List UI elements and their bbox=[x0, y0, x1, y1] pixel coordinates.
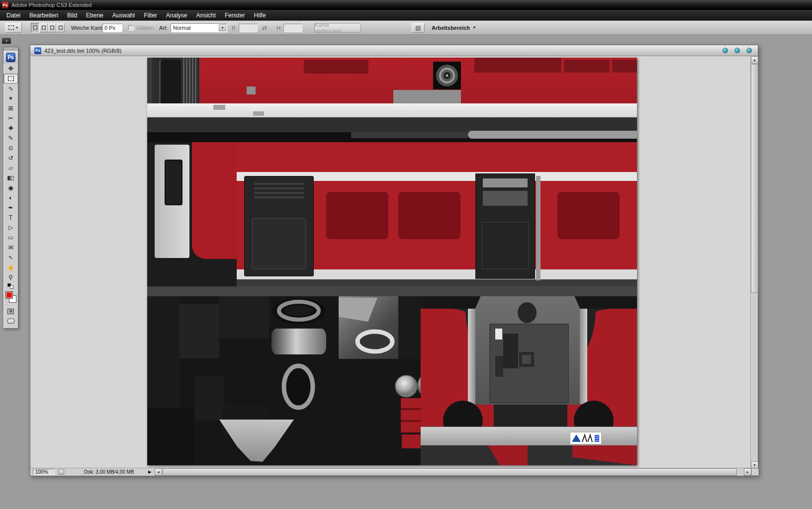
height-input[interactable] bbox=[283, 23, 302, 32]
vertical-scrollbar[interactable]: ▲ ▼ bbox=[750, 56, 758, 469]
clone-stamp-tool[interactable]: ⊙ bbox=[3, 143, 18, 153]
shape-tool[interactable]: ▭ bbox=[3, 233, 18, 243]
subtract-selection-button[interactable] bbox=[48, 23, 56, 32]
palette-grip[interactable] bbox=[3, 47, 18, 51]
intersect-selection-button[interactable] bbox=[56, 23, 65, 32]
menu-analyse[interactable]: Analyse bbox=[162, 11, 192, 20]
ring-graphic bbox=[280, 363, 316, 411]
chevron-down-icon: ▼ bbox=[472, 25, 476, 30]
menu-bild[interactable]: Bild bbox=[63, 11, 82, 20]
hand-tool[interactable]: ☝ bbox=[3, 262, 18, 272]
screen-mode-button[interactable] bbox=[3, 316, 18, 326]
vertical-scroll-thumb[interactable] bbox=[751, 64, 758, 293]
menu-auswahl[interactable]: Auswahl bbox=[108, 11, 139, 20]
marquee-preset-icon bbox=[8, 25, 14, 30]
menu-bearbeiten[interactable]: Bearbeiten bbox=[25, 11, 63, 20]
width-input[interactable] bbox=[239, 23, 258, 32]
bridge-icon-button[interactable]: ▤ bbox=[412, 23, 425, 33]
document-window: Ps 423_test.dds bei 100% (RGB/8) bbox=[30, 45, 758, 476]
texture-side-window bbox=[557, 192, 620, 239]
tool-preset-picker[interactable]: ▼ bbox=[5, 23, 22, 33]
eyedropper-tool[interactable]: ➴ bbox=[3, 253, 18, 262]
magic-wand-tool[interactable]: ✶ bbox=[3, 93, 18, 103]
quick-mask-button[interactable] bbox=[3, 306, 18, 316]
style-dropdown[interactable]: Normal ▼ bbox=[171, 23, 227, 32]
document-title: 423_test.dds bei 100% (RGB/8) bbox=[44, 48, 121, 54]
texture-gray-patch bbox=[247, 86, 256, 94]
palette-collapse-button[interactable]: » bbox=[2, 38, 11, 44]
window-resize-grip[interactable] bbox=[751, 468, 759, 476]
maximize-button[interactable] bbox=[734, 48, 740, 53]
antialias-checkbox[interactable] bbox=[128, 25, 134, 30]
menu-ansicht[interactable]: Ansicht bbox=[192, 11, 220, 20]
menu-ebene[interactable]: Ebene bbox=[82, 11, 108, 20]
scroll-left-arrow[interactable]: ◄ bbox=[155, 468, 162, 476]
default-colors-button[interactable] bbox=[3, 282, 18, 289]
rectangular-marquee-tool[interactable] bbox=[3, 74, 18, 84]
tool-options-bar: ▼ Weiche Kante: 0 Px Glätten Art: Normal… bbox=[0, 20, 812, 35]
slice-tool[interactable]: ✂ bbox=[3, 113, 18, 123]
menu-fenster[interactable]: Fenster bbox=[220, 11, 250, 20]
pen-tool[interactable]: ✒ bbox=[3, 203, 18, 213]
document-titlebar[interactable]: Ps 423_test.dds bei 100% (RGB/8) bbox=[30, 45, 758, 56]
texture-cylinder bbox=[271, 329, 326, 354]
scroll-right-arrow[interactable]: ► bbox=[744, 468, 751, 476]
zoom-level-field[interactable]: 100% bbox=[33, 469, 55, 475]
new-selection-button[interactable] bbox=[31, 23, 39, 32]
healing-brush-tool[interactable]: ✚ bbox=[3, 123, 18, 133]
texture-skirt-gray bbox=[147, 117, 637, 132]
path-selection-tool[interactable]: ▷ bbox=[3, 223, 18, 233]
move-tool-icon: ✥ bbox=[8, 66, 13, 72]
foreground-color-swatch[interactable] bbox=[5, 291, 13, 299]
type-tool[interactable]: T bbox=[3, 213, 18, 223]
lasso-tool[interactable]: ∿ bbox=[3, 84, 18, 93]
history-brush-tool[interactable]: ↺ bbox=[3, 153, 18, 163]
color-swatches bbox=[3, 289, 18, 306]
texture-window-band bbox=[304, 60, 368, 74]
gradient-tool[interactable] bbox=[3, 173, 18, 183]
swap-dimensions-icon[interactable]: ⇄ bbox=[262, 24, 267, 31]
horizontal-scrollbar[interactable]: ◄ ► bbox=[155, 468, 751, 476]
pen-tool-icon: ✒ bbox=[8, 205, 13, 211]
status-flyout-arrow[interactable]: ▶ bbox=[148, 470, 151, 474]
brush-tool[interactable]: ✎ bbox=[3, 133, 18, 143]
refine-edge-button[interactable]: Kante verbessern... bbox=[314, 23, 361, 32]
notes-tool[interactable]: ✉ bbox=[3, 243, 18, 253]
zoom-tool[interactable]: ⚲ bbox=[3, 272, 18, 282]
eraser-tool[interactable]: ▱ bbox=[3, 163, 18, 173]
texture-stripe-patch bbox=[253, 111, 264, 116]
horizontal-scroll-thumb[interactable] bbox=[163, 468, 737, 476]
dodge-tool[interactable]: ◐ bbox=[3, 193, 18, 203]
fan-disc bbox=[433, 62, 461, 89]
status-info-icon[interactable] bbox=[58, 469, 64, 475]
height-label: H: bbox=[276, 25, 282, 31]
workspace-dropdown[interactable]: Arbeitsbereich ▼ bbox=[432, 25, 476, 31]
crop-tool[interactable]: ⊞ bbox=[3, 103, 18, 113]
add-selection-button[interactable] bbox=[39, 23, 48, 32]
texture-panel-square-ring bbox=[519, 352, 534, 367]
app-titlebar[interactable]: Ps Adobe Photoshop CS3 Extended bbox=[0, 0, 812, 10]
minimize-button[interactable] bbox=[722, 48, 728, 53]
menu-datei[interactable]: Datei bbox=[2, 11, 25, 20]
texture-white-ring bbox=[354, 329, 396, 354]
menu-filter[interactable]: Filter bbox=[139, 11, 162, 20]
hand-tool-icon: ☝ bbox=[7, 264, 14, 270]
feather-input[interactable]: 0 Px bbox=[102, 23, 122, 32]
texture-dark-patch bbox=[147, 296, 180, 408]
crop-tool-icon: ⊞ bbox=[8, 105, 13, 111]
scroll-up-arrow[interactable]: ▲ bbox=[751, 56, 758, 64]
blur-tool[interactable]: ◉ bbox=[3, 183, 18, 193]
watermark-logo bbox=[570, 432, 602, 444]
menu-hilfe[interactable]: Hilfe bbox=[250, 11, 271, 20]
healing-brush-icon: ✚ bbox=[8, 125, 13, 131]
width-label: B: bbox=[232, 25, 237, 31]
texture-red-patch bbox=[402, 434, 422, 448]
texture-window-band bbox=[474, 58, 561, 73]
close-button[interactable] bbox=[746, 48, 752, 53]
type-tool-icon: T bbox=[9, 215, 12, 221]
path-selection-icon: ▷ bbox=[8, 225, 13, 231]
texture-dark-patch bbox=[219, 296, 269, 339]
move-tool[interactable]: ✥ bbox=[3, 64, 18, 74]
texture-door-edge bbox=[536, 176, 541, 280]
canvas[interactable] bbox=[147, 58, 637, 465]
